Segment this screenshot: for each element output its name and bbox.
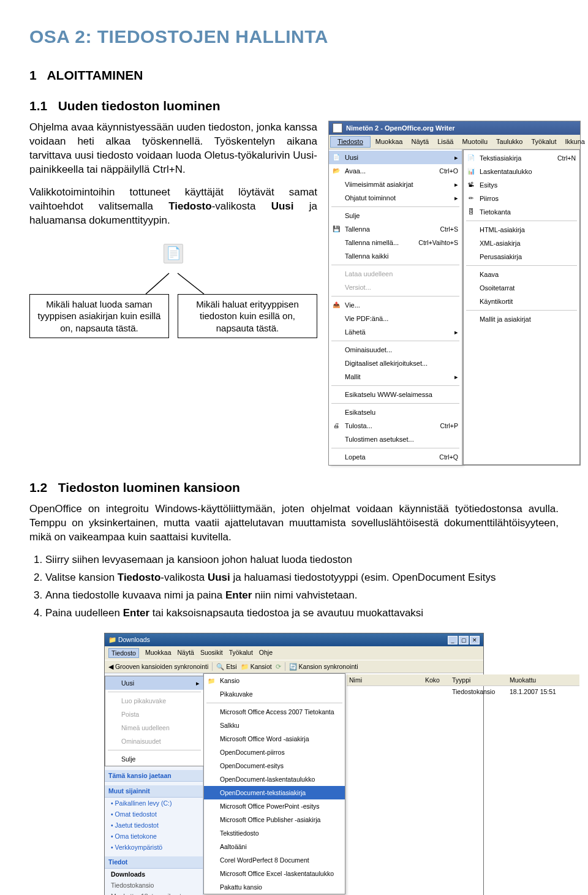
- menu-item-icon: 📽: [466, 180, 476, 190]
- menu-item[interactable]: Luo pikakuvake: [105, 694, 203, 708]
- menu-item[interactable]: 📁Kansio: [204, 674, 345, 687]
- menu-item-label: Uusi: [345, 153, 450, 162]
- menu-item[interactable]: Lähetä▸: [329, 325, 462, 339]
- menu-item[interactable]: OpenDocument-laskentataulukko: [204, 772, 345, 786]
- menu-item-icon: 🗄: [466, 207, 476, 217]
- menu-item[interactable]: Tallenna kaikki: [329, 249, 462, 263]
- menu-item[interactable]: Esikatselu: [329, 406, 462, 419]
- exp-menu-ohje[interactable]: Ohje: [259, 648, 273, 658]
- menu-item[interactable]: Nimeä uudelleen: [105, 721, 203, 735]
- menu-item[interactable]: Esikatselu WWW-selaimessa: [329, 388, 462, 401]
- menu-item[interactable]: OpenDocument-esitys: [204, 759, 345, 772]
- menu-item[interactable]: Sulje: [105, 752, 203, 766]
- menu-item-icon: [206, 747, 216, 757]
- menu-item-icon: [108, 678, 118, 688]
- menu-item[interactable]: 📂Avaa...Ctrl+O: [329, 164, 462, 178]
- menu-item-icon: [108, 723, 118, 733]
- menu-tiedosto[interactable]: Tiedosto: [330, 136, 371, 148]
- menu-item[interactable]: 🖨Tulosta...Ctrl+P: [329, 419, 462, 432]
- location-link[interactable]: • Jaetut tiedostot: [105, 820, 203, 831]
- menu-item-icon: 📄: [331, 153, 341, 162]
- menu-item-label: Laskentataulukko: [480, 167, 576, 176]
- menu-nayta[interactable]: Näytä: [407, 136, 432, 148]
- menu-item-label: Corel WordPerfect 8 Document: [220, 856, 341, 864]
- menu-taulukko[interactable]: Taulukko: [492, 136, 526, 148]
- explorer-toolbar[interactable]: ◀ Grooven kansioiden synkronointi 🔍 Etsi…: [105, 660, 483, 673]
- menu-item[interactable]: OpenDocument-tekstiasiakirja: [204, 786, 345, 799]
- menu-item[interactable]: Tulostimen asetukset...: [329, 432, 462, 446]
- column-headers[interactable]: Nimi Koko Tyyppi Muokattu: [347, 674, 579, 686]
- menu-item-icon: [331, 314, 341, 323]
- location-link[interactable]: • Oma tietokone: [105, 831, 203, 842]
- menu-item[interactable]: 💾TallennaCtrl+S: [329, 222, 462, 236]
- menu-item[interactable]: 📄TekstiasiakirjaCtrl+N: [464, 151, 579, 165]
- menu-item[interactable]: Ominaisuudet: [105, 735, 203, 748]
- table-row[interactable]: Tiedostokansio 18.1.2007 15:51: [347, 686, 579, 697]
- menu-item[interactable]: Mallit▸: [329, 370, 462, 383]
- menu-tyokalut[interactable]: Työkalut: [527, 136, 560, 148]
- menu-lisaa[interactable]: Lisää: [434, 136, 457, 148]
- menu-muokkaa[interactable]: Muokkaa: [372, 136, 407, 148]
- detail-modified: Muokattu: 18. tammikuuta 2007,: [105, 891, 203, 895]
- location-link[interactable]: • Omat tiedostot: [105, 809, 203, 820]
- menu-item[interactable]: Pikakuvake: [204, 687, 345, 701]
- menu-item[interactable]: Kaava: [464, 268, 579, 281]
- menu-item[interactable]: Mallit ja asiakirjat: [464, 312, 579, 326]
- step-3: Anna tiedostolle kuvaava nimi ja paina E…: [45, 589, 559, 603]
- menu-item[interactable]: 📤Vie...: [329, 298, 462, 312]
- location-link[interactable]: • Verkkoympäristö: [105, 842, 203, 853]
- exp-menu-suosikit[interactable]: Suosikit: [200, 648, 223, 658]
- menu-item-label: Kaava: [480, 270, 576, 279]
- menu-item[interactable]: Salkku: [204, 719, 345, 732]
- menu-item[interactable]: Digitaaliset allekirjoitukset...: [329, 357, 462, 370]
- menu-item[interactable]: Microsoft Office Word -asiakirja: [204, 732, 345, 746]
- exp-menu-nayta[interactable]: Näytä: [178, 648, 194, 658]
- menubar[interactable]: Tiedosto Muokkaa Näytä Lisää Muotoilu Ta…: [329, 135, 580, 149]
- menu-item-label: Tekstitiedosto: [220, 829, 341, 837]
- menu-item[interactable]: Corel WordPerfect 8 Document: [204, 853, 345, 867]
- menu-item[interactable]: 📄Uusi▸: [329, 151, 462, 164]
- menu-item[interactable]: Käyntikortit: [464, 295, 579, 308]
- exp-menu-tiedosto[interactable]: Tiedosto: [108, 648, 139, 658]
- menu-item[interactable]: Uusi▸: [105, 676, 203, 690]
- menu-item[interactable]: 🗄Tietokanta: [464, 205, 579, 219]
- exp-menu-tyokalut[interactable]: Työkalut: [229, 648, 253, 658]
- menu-item[interactable]: Pakattu kansio: [204, 880, 345, 894]
- menu-item-label: Tulostimen asetukset...: [345, 435, 458, 444]
- menu-item[interactable]: HTML-asiakirja: [464, 223, 579, 236]
- menu-item[interactable]: Tallenna nimellä...Ctrl+Vaihto+S: [329, 236, 462, 249]
- menu-item[interactable]: 📊Laskentataulukko: [464, 165, 579, 178]
- menu-item-label: Sulje: [121, 755, 200, 763]
- menu-item[interactable]: Vie PDF:änä...: [329, 312, 462, 325]
- menu-item[interactable]: Aaltoääni: [204, 840, 345, 853]
- menu-item[interactable]: Microsoft Office Excel -laskentataulukko: [204, 867, 345, 880]
- menu-item[interactable]: OpenDocument-piirros: [204, 746, 345, 759]
- window-buttons[interactable]: _▢✕: [447, 635, 480, 644]
- menu-item[interactable]: Microsoft Office Access 2007 Tietokanta: [204, 705, 345, 719]
- menu-item[interactable]: Versiot...: [329, 281, 462, 294]
- menu-item[interactable]: Lataa uudelleen: [329, 267, 462, 281]
- menu-item[interactable]: Poista: [105, 708, 203, 721]
- menu-item[interactable]: LopetaCtrl+Q: [329, 450, 462, 464]
- menu-item[interactable]: Microsoft Office Publisher -asiakirja: [204, 813, 345, 826]
- menu-item[interactable]: Microsoft Office PowerPoint -esitys: [204, 799, 345, 813]
- menu-item[interactable]: Osoitetarrat: [464, 281, 579, 295]
- menu-muotoilu[interactable]: Muotoilu: [458, 136, 491, 148]
- menu-item-icon: [331, 251, 341, 261]
- menu-item[interactable]: ✏Piirros: [464, 192, 579, 205]
- menu-item[interactable]: Tekstitiedosto: [204, 826, 345, 840]
- menu-item-icon: ✏: [466, 194, 476, 203]
- menu-item[interactable]: Viimeisimmät asiakirjat▸: [329, 178, 462, 191]
- location-link[interactable]: • Paikallinen levy (C:): [105, 798, 203, 809]
- menu-item[interactable]: Ohjatut toiminnot▸: [329, 191, 462, 205]
- exp-menu-muokkaa[interactable]: Muokkaa: [145, 648, 172, 658]
- menu-ikkuna[interactable]: Ikkuna: [561, 136, 588, 148]
- menu-item[interactable]: Perusasiakirja: [464, 250, 579, 263]
- menu-item[interactable]: Sulje: [329, 209, 462, 222]
- menu-item[interactable]: 📽Esitys: [464, 178, 579, 192]
- explorer-menubar[interactable]: Tiedosto Muokkaa Näytä Suosikit Työkalut…: [105, 646, 483, 660]
- menu-item[interactable]: XML-asiakirja: [464, 236, 579, 250]
- menu-item[interactable]: Ominaisuudet...: [329, 343, 462, 357]
- menu-item-icon: [206, 882, 216, 892]
- menu-item-label: Esikatselu: [345, 408, 458, 417]
